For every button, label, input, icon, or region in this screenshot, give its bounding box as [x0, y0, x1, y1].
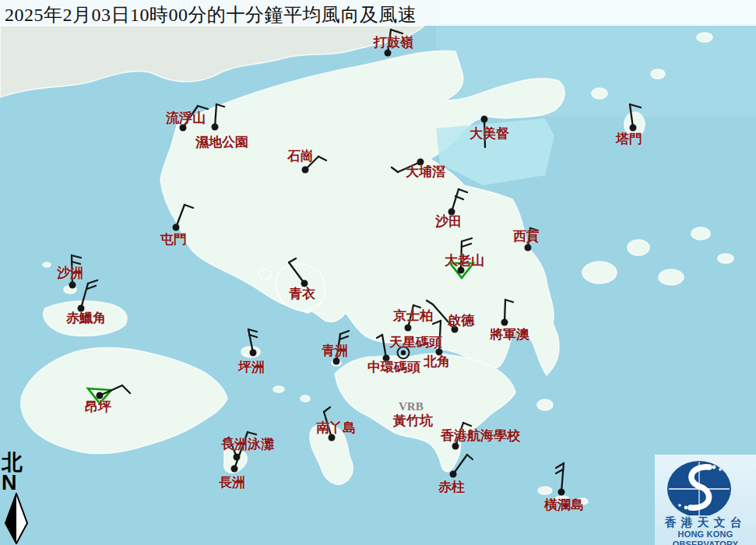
station-dot [436, 349, 443, 356]
north-indicator: 北 N [2, 452, 36, 545]
station-dot [333, 358, 340, 365]
station-dot [405, 325, 412, 332]
station-dot [173, 224, 180, 231]
hko-logo-english: HONG KONG OBSERVATORY [655, 529, 756, 545]
island-east-4 [691, 227, 710, 240]
island-east-5 [718, 254, 733, 263]
hko-logo-icon [655, 456, 756, 515]
hko-logo: 香港天文台 HONG KONG OBSERVATORY [655, 455, 756, 545]
station-dot [417, 159, 424, 166]
station-dot [69, 282, 76, 289]
island-east-3 [659, 269, 684, 285]
north-letter-label: N [2, 473, 36, 492]
wind-map-page: 打鼓嶺流浮山濕地公園石崗大埔滘沙田大美督塔門屯門沙洲赤鱲角青衣大老山西貢京士柏啟… [0, 0, 756, 545]
station-dot [458, 267, 465, 274]
station-dot [448, 209, 455, 216]
station-dot [481, 116, 488, 123]
island-south-2 [555, 496, 569, 502]
station-dot [97, 392, 104, 399]
station-dot [301, 280, 308, 287]
station-dot [385, 50, 392, 57]
station-dot [558, 489, 565, 496]
island-airport [44, 301, 127, 336]
station-dot [452, 443, 459, 450]
north-chinese-label: 北 [2, 452, 36, 473]
wind-barb-line [72, 255, 72, 285]
hko-logo-chinese: 香港天文台 [655, 515, 756, 529]
island-east-1 [582, 262, 617, 283]
title-bar: 2025年2月03日10時00分的十分鐘平均風向及風速 [0, 0, 756, 26]
island-east-2 [628, 240, 649, 255]
station-dot [212, 124, 219, 131]
island-south-3 [577, 498, 588, 505]
station-dot [630, 125, 637, 132]
station-dot [231, 466, 238, 473]
station-dot [250, 350, 257, 357]
island-north-1 [592, 88, 607, 99]
north-arrow-icon [2, 493, 33, 544]
island-north-2 [651, 69, 665, 79]
island-lung-kwu [43, 262, 51, 267]
map-title: 2025年2月03日10時00分的十分鐘平均風向及風速 [5, 5, 417, 25]
station-dot [329, 434, 336, 441]
station-dot [180, 125, 187, 132]
island-siu-kau-yi [301, 396, 310, 402]
hong-kong-map [0, 0, 756, 545]
wind-barb-line [484, 119, 485, 147]
island-tung-lung [537, 399, 553, 410]
station-dot [302, 167, 309, 174]
station-dot [450, 471, 457, 478]
island-kau-yi [273, 386, 284, 392]
island-north-3 [697, 33, 712, 42]
station-dot [383, 355, 390, 362]
wind-barb-line [461, 241, 462, 270]
station-dot [452, 326, 459, 333]
island-ma-wan [258, 269, 271, 279]
station-dot [78, 305, 85, 312]
station-dot [501, 319, 508, 326]
station-dot [401, 350, 406, 355]
island-south-1 [538, 487, 552, 494]
station-dot [525, 244, 532, 251]
